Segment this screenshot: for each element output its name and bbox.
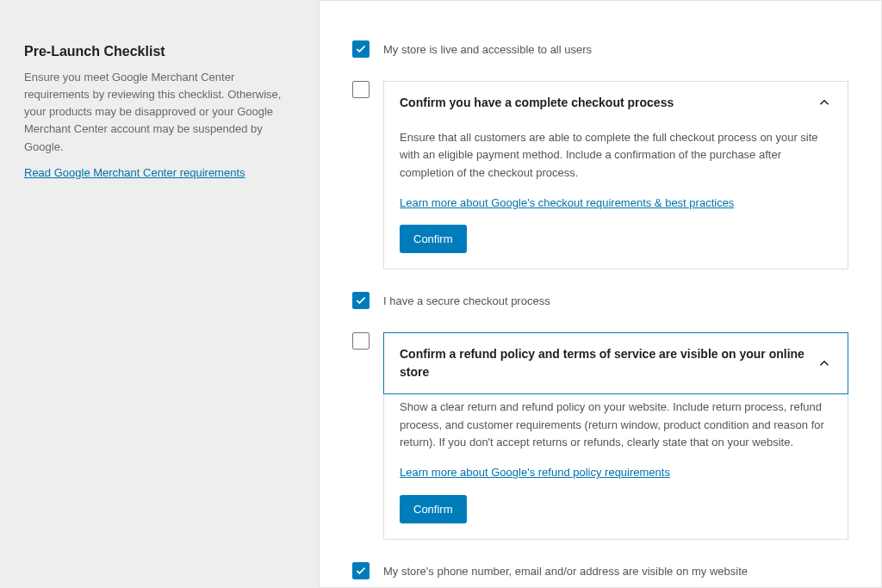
check-icon <box>355 43 367 55</box>
sidebar-requirements-link[interactable]: Read Google Merchant Center requirements <box>24 166 245 179</box>
sidebar-description: Ensure you meet Google Merchant Center r… <box>24 69 295 156</box>
refund-learn-more-link[interactable]: Learn more about Google's refund policy … <box>400 464 670 481</box>
sidebar-title: Pre-Launch Checklist <box>24 41 295 62</box>
checkout-learn-more-link[interactable]: Learn more about Google's checkout requi… <box>400 195 734 212</box>
checkbox-refund[interactable] <box>352 332 370 350</box>
panel-refund: Confirm a refund policy and terms of ser… <box>383 332 848 540</box>
confirm-refund-button[interactable]: Confirm <box>400 495 467 523</box>
panel-title: Confirm you have a complete checkout pro… <box>400 94 674 112</box>
panel-title: Confirm a refund policy and terms of ser… <box>400 345 808 381</box>
panel-header-refund[interactable]: Confirm a refund policy and terms of ser… <box>383 332 848 394</box>
checklist-label: My store's phone number, email and/or ad… <box>383 562 748 580</box>
panel-header-checkout[interactable]: Confirm you have a complete checkout pro… <box>384 82 848 124</box>
chevron-up-icon <box>817 356 832 371</box>
panel-body-checkout: Ensure that all customers are able to co… <box>384 124 848 269</box>
checklist-panel: My store is live and accessible to all u… <box>319 0 882 588</box>
check-icon <box>355 565 367 577</box>
checklist-item-contact: My store's phone number, email and/or ad… <box>352 562 848 580</box>
checklist-item-refund: Confirm a refund policy and terms of ser… <box>352 332 848 540</box>
chevron-up-icon <box>817 95 832 110</box>
panel-body-refund: Show a clear return and refund policy on… <box>384 393 848 539</box>
checkbox-checkout[interactable] <box>352 81 370 98</box>
check-icon <box>355 294 367 306</box>
checklist-item-secure-checkout: I have a secure checkout process <box>352 292 848 310</box>
checklist-item-store-live: My store is live and accessible to all u… <box>352 40 848 59</box>
panel-text: Ensure that all customers are able to co… <box>400 129 832 183</box>
checkbox-contact[interactable] <box>352 562 370 579</box>
checkbox-store-live[interactable] <box>352 40 370 58</box>
checklist-label: My store is live and accessible to all u… <box>383 40 592 59</box>
checklist-label: I have a secure checkout process <box>383 292 550 310</box>
panel-text: Show a clear return and refund policy on… <box>400 399 832 452</box>
checklist-item-checkout: Confirm you have a complete checkout pro… <box>352 81 848 270</box>
checkbox-secure-checkout[interactable] <box>352 292 370 309</box>
sidebar: Pre-Launch Checklist Ensure you meet Goo… <box>0 0 319 588</box>
panel-checkout: Confirm you have a complete checkout pro… <box>383 81 848 270</box>
confirm-checkout-button[interactable]: Confirm <box>400 225 467 253</box>
